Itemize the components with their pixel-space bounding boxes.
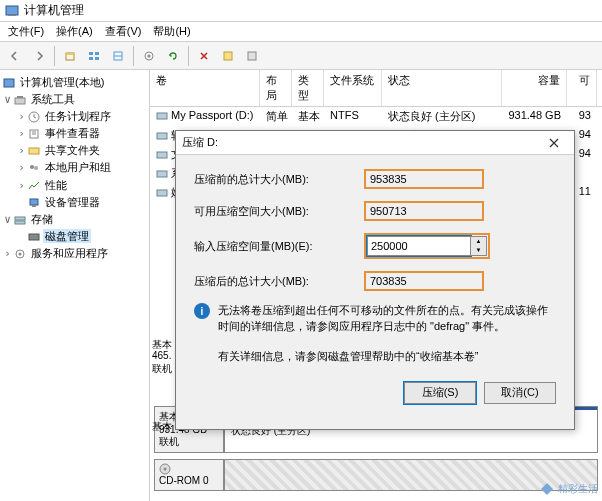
more-info-text: 有关详细信息，请参阅磁盘管理帮助中的“收缩基本卷” bbox=[218, 349, 556, 364]
dialog-titlebar: 压缩 D: bbox=[176, 131, 574, 155]
svg-point-11 bbox=[148, 54, 151, 57]
shrink-button[interactable]: 压缩(S) bbox=[404, 382, 476, 404]
tree-systools[interactable]: ∨系统工具 bbox=[2, 91, 147, 108]
dialog-body: 压缩前的总计大小(MB): 953835 可用压缩空间大小(MB): 95071… bbox=[176, 155, 574, 382]
input-wrap: ▲ ▼ bbox=[364, 233, 490, 259]
tree-users[interactable]: ›本地用户和组 bbox=[2, 159, 147, 176]
svg-rect-36 bbox=[157, 190, 167, 196]
svg-rect-3 bbox=[66, 53, 74, 55]
watermark: 精彩生活 bbox=[539, 481, 598, 497]
tree-services[interactable]: ›服务和应用程序 bbox=[2, 245, 147, 262]
properties-button[interactable] bbox=[138, 45, 160, 67]
input-label: 输入压缩空间量(MB)(E): bbox=[194, 239, 364, 254]
cd-label: CD-ROM 0 bbox=[159, 475, 208, 486]
tree-scheduler[interactable]: ›任务计划程序 bbox=[2, 108, 147, 125]
svg-rect-7 bbox=[95, 57, 99, 60]
action-button-1[interactable] bbox=[217, 45, 239, 67]
spin-up-button[interactable]: ▲ bbox=[471, 237, 486, 246]
menu-help[interactable]: 帮助(H) bbox=[147, 22, 196, 41]
volume-list-header: 卷 布局 类型 文件系统 状态 容量 可 bbox=[150, 70, 602, 107]
titlebar: 计算机管理 bbox=[0, 0, 602, 22]
menu-file[interactable]: 文件(F) bbox=[2, 22, 50, 41]
tree-diskmgmt[interactable]: 磁盘管理 bbox=[2, 228, 147, 245]
info-icon: i bbox=[194, 303, 210, 319]
cd-icon bbox=[159, 463, 219, 475]
svg-rect-24 bbox=[30, 199, 38, 205]
avail-label: 可用压缩空间大小(MB): bbox=[194, 204, 364, 219]
peek-text: 基本 bbox=[152, 420, 172, 434]
svg-rect-12 bbox=[224, 52, 232, 60]
tree-root[interactable]: 计算机管理(本地) bbox=[2, 74, 147, 91]
cd-block: CD-ROM 0 bbox=[154, 459, 598, 491]
col-free[interactable]: 可 bbox=[567, 70, 597, 106]
svg-rect-32 bbox=[157, 113, 167, 119]
svg-rect-0 bbox=[6, 6, 18, 15]
shrink-amount-input[interactable] bbox=[367, 236, 471, 256]
spin-buttons: ▲ ▼ bbox=[471, 236, 487, 256]
svg-rect-25 bbox=[32, 205, 36, 207]
volume-row[interactable]: My Passport (D:)简单基本NTFS状态良好 (主分区)931.48… bbox=[150, 107, 602, 126]
action-button-2[interactable] bbox=[241, 45, 263, 67]
col-layout[interactable]: 布局 bbox=[260, 70, 292, 106]
svg-rect-13 bbox=[248, 52, 256, 60]
refresh-button[interactable] bbox=[162, 45, 184, 67]
window-title: 计算机管理 bbox=[24, 2, 84, 19]
svg-point-29 bbox=[36, 236, 38, 238]
back-button[interactable] bbox=[4, 45, 26, 67]
delete-button[interactable] bbox=[193, 45, 215, 67]
svg-rect-34 bbox=[157, 152, 167, 158]
col-status[interactable]: 状态 bbox=[382, 70, 502, 106]
shrink-amount-spinner: ▲ ▼ bbox=[367, 236, 487, 256]
tree-devmgr[interactable]: 设备管理器 bbox=[2, 194, 147, 211]
svg-rect-26 bbox=[15, 217, 25, 220]
forward-button[interactable] bbox=[28, 45, 50, 67]
svg-rect-35 bbox=[157, 171, 167, 177]
col-volume[interactable]: 卷 bbox=[150, 70, 260, 106]
before-value: 953835 bbox=[364, 169, 484, 189]
nav-tree: 计算机管理(本地) ∨系统工具 ›任务计划程序 ›事件查看器 ›共享文件夹 ›本… bbox=[0, 70, 150, 501]
svg-rect-16 bbox=[17, 96, 23, 98]
tree-perf[interactable]: ›性能 bbox=[2, 177, 147, 194]
watermark-text: 精彩生活 bbox=[558, 482, 598, 496]
menubar: 文件(F) 操作(A) 查看(V) 帮助(H) bbox=[0, 22, 602, 42]
spin-down-button[interactable]: ▼ bbox=[471, 246, 486, 255]
watermark-icon bbox=[539, 481, 555, 497]
col-cap[interactable]: 容量 bbox=[502, 70, 567, 106]
shrink-dialog: 压缩 D: 压缩前的总计大小(MB): 953835 可用压缩空间大小(MB):… bbox=[175, 130, 575, 430]
info-text: 无法将卷压缩到超出任何不可移动的文件所在的点。有关完成该操作时间的详细信息，请参… bbox=[218, 303, 556, 335]
toolbar-separator bbox=[188, 46, 189, 66]
svg-rect-4 bbox=[89, 52, 93, 55]
close-button[interactable] bbox=[540, 134, 568, 152]
disk-online: 联机 bbox=[159, 435, 219, 449]
svg-point-31 bbox=[19, 253, 22, 256]
after-label: 压缩后的总计大小(MB): bbox=[194, 274, 364, 289]
tree-shares[interactable]: ›共享文件夹 bbox=[2, 142, 147, 159]
menu-view[interactable]: 查看(V) bbox=[99, 22, 148, 41]
svg-point-22 bbox=[30, 165, 34, 169]
svg-rect-1 bbox=[8, 15, 16, 16]
view-button-2[interactable] bbox=[107, 45, 129, 67]
menu-action[interactable]: 操作(A) bbox=[50, 22, 99, 41]
svg-rect-14 bbox=[4, 79, 14, 87]
app-icon bbox=[4, 3, 20, 19]
tree-eventviewer[interactable]: ›事件查看器 bbox=[2, 125, 147, 142]
svg-point-38 bbox=[164, 468, 167, 471]
close-icon bbox=[549, 138, 559, 148]
col-type[interactable]: 类型 bbox=[292, 70, 324, 106]
peek-text: 465. bbox=[152, 350, 171, 361]
tree-storage[interactable]: ∨存储 bbox=[2, 211, 147, 228]
dialog-buttons: 压缩(S) 取消(C) bbox=[176, 382, 574, 418]
cancel-button[interactable]: 取消(C) bbox=[484, 382, 556, 404]
svg-rect-27 bbox=[15, 221, 25, 224]
view-button-1[interactable] bbox=[83, 45, 105, 67]
svg-rect-6 bbox=[89, 57, 93, 60]
toolbar-separator bbox=[133, 46, 134, 66]
col-fs[interactable]: 文件系统 bbox=[324, 70, 382, 106]
svg-rect-5 bbox=[95, 52, 99, 55]
svg-rect-33 bbox=[157, 133, 167, 139]
peek-text: 联机 bbox=[152, 362, 172, 376]
toolbar bbox=[0, 42, 602, 70]
up-button[interactable] bbox=[59, 45, 81, 67]
svg-rect-21 bbox=[29, 148, 39, 154]
cd-header[interactable]: CD-ROM 0 bbox=[154, 459, 224, 491]
